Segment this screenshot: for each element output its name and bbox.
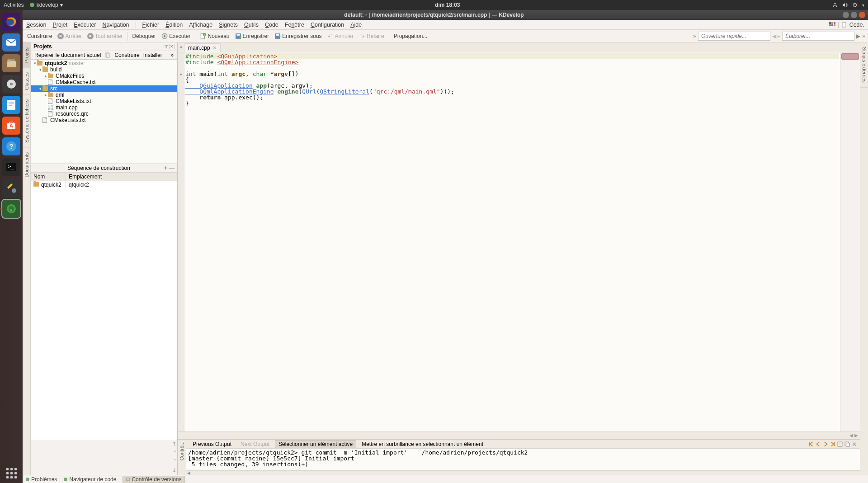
build-action[interactable]: Construire [114,52,139,58]
menu-projet[interactable]: Projet [52,22,67,28]
menubar-code-area[interactable]: Code. [849,22,864,28]
menu-navigation[interactable]: Navigation [103,22,129,28]
code-area[interactable]: #include <QGuiApplication> #include <QQm… [184,52,840,431]
col-nom[interactable]: Nom [31,173,66,181]
launcher-software[interactable]: A [2,117,20,135]
output-copy-icon[interactable] [844,441,850,447]
menu-executer[interactable]: Exécuter [74,22,96,28]
launcher-writer[interactable] [2,96,20,114]
save-button[interactable]: Enregistrer [233,32,271,40]
output-close-icon[interactable] [852,441,857,447]
locate-icon[interactable] [104,52,111,58]
menu-fichier[interactable]: Fichier [142,22,160,28]
close-button[interactable] [859,12,865,18]
panel-close-icon[interactable]: ✕ [169,44,175,49]
tab-close-icon[interactable]: ✕ [212,45,217,51]
output-left-tab[interactable]: Contrô... [178,440,185,462]
menu-outils[interactable]: Outils [244,22,259,28]
nav-top-icon[interactable]: ⤒ [172,441,176,447]
col-emplacement[interactable]: Emplacement [66,173,104,181]
tree-cmakelists2[interactable]: CMakeLists.txt [31,117,177,123]
tree-cmakelists1[interactable]: CMakeLists.txt [31,98,177,104]
tree-qml[interactable]: ▸qml [31,92,177,98]
menu-configuration[interactable]: Configuration [311,22,344,28]
launcher-construction[interactable] [2,179,20,197]
tab-classes[interactable]: Classes [23,67,30,94]
debug-button[interactable]: Déboguer [130,32,158,40]
launcher-files[interactable] [2,54,20,72]
minimize-button[interactable] [843,12,849,18]
tree-cmakefiles[interactable]: ▸CMakeFiles [31,73,177,79]
build-row[interactable]: qtquick2 qtquick2 [31,181,177,188]
panel-chevron[interactable]: » [170,52,174,58]
code-gutter[interactable]: ▾ [178,52,184,431]
tree-src[interactable]: ▾src [31,85,177,92]
tab-nav-down-icon[interactable]: ▾ [180,45,182,50]
launcher-terminal[interactable]: >_ [2,158,20,176]
save-as-button[interactable]: Enregistrer sous [273,32,323,40]
select-active-button[interactable]: Sélectionner un élément activé [275,440,356,448]
launcher-help[interactable]: ? [2,137,20,155]
bug-icon [25,477,30,482]
activities-button[interactable]: Activités [4,2,24,8]
prev-output-button[interactable]: Previous Output [189,440,235,448]
menu-fenetre[interactable]: Fenêtre [285,22,304,28]
svg-rect-31 [831,24,833,26]
menu-edition[interactable]: Édition [165,22,183,28]
launcher-kdevelop[interactable]: {} [2,200,20,218]
sound-icon[interactable] [842,2,848,8]
tab-filesystem[interactable]: Système de fichiers [23,94,30,147]
areas-icon[interactable] [829,22,835,28]
launcher-disks[interactable] [2,75,20,93]
status-navigateur[interactable]: Navigateur de code [63,476,116,483]
undock-icon[interactable]: ◫ [164,44,169,49]
launcher-firefox[interactable] [2,13,20,31]
run-button[interactable]: Exécuter [160,32,192,40]
locate-document[interactable]: Repérer le document actuel [34,52,101,58]
tree-resources[interactable]: resources.qrc [31,111,177,117]
maximize-button[interactable] [851,12,857,18]
new-button[interactable]: +Nouveau [198,32,231,40]
propagation-button[interactable]: Propagation... [392,32,429,40]
build-button[interactable]: Construire [25,32,54,40]
nav-up-icon[interactable]: ˄ [174,450,176,456]
tree-cmakecache[interactable]: CMakeCache.txt [31,79,177,85]
tab-scripts-externes[interactable]: Scripts externes [860,42,868,88]
menu-code[interactable]: Code [265,22,278,28]
menu-aide[interactable]: Aide [350,22,362,28]
install-action[interactable]: Installer [143,52,162,58]
launcher-thunderbird[interactable] [2,33,20,52]
minimap[interactable] [840,52,860,431]
tab-documents[interactable]: Documents [23,147,30,182]
editor-scrollbar[interactable]: ◀ ▶ [178,431,860,439]
nav-bottom-icon[interactable]: ⤓ [172,467,176,473]
clock[interactable]: dim 18:03 [63,2,832,8]
nav-next-icon[interactable] [823,441,828,447]
nav-prev-icon[interactable] [816,441,821,447]
output-body[interactable]: /home/adrien/projects/qtquick2> git comm… [186,449,860,470]
seq-remove-icon[interactable]: — [169,165,175,171]
tree-root[interactable]: ▾qtquick2 master [31,60,177,66]
status-problemes[interactable]: Problèmes [25,476,57,483]
nav-down-icon[interactable]: ˅ [174,459,176,464]
menu-session[interactable]: Session [26,22,46,28]
quickopen-input[interactable] [698,32,770,41]
app-menu[interactable]: kdevelop ▾ [29,2,63,8]
network-icon[interactable] [832,2,838,8]
tree-maincpp[interactable]: c++main.cpp [31,104,177,111]
menu-signets[interactable]: Signets [219,22,238,28]
status-controle[interactable]: Contrôle de versions [123,476,184,483]
elaborate-input[interactable] [782,32,854,41]
power-icon[interactable] [852,2,858,8]
file-tab-maincpp[interactable]: main.cpp ✕ [184,43,221,52]
seq-add-icon[interactable]: + [164,165,167,171]
tree-build[interactable]: ▾build [31,66,177,73]
output-detach-icon[interactable] [837,441,843,447]
nav-last-icon[interactable] [830,441,835,447]
launcher-apps-grid[interactable] [6,468,17,478]
menu-affichage[interactable]: Affichage [189,22,212,28]
tab-projets[interactable]: Projets [23,42,30,67]
nav-first-icon[interactable] [808,441,814,447]
highlight-select-button[interactable]: Mettre en surbrillance en sélectionnant … [358,440,487,448]
project-tree[interactable]: ▾qtquick2 master ▾build ▸CMakeFiles CMak… [31,60,177,164]
